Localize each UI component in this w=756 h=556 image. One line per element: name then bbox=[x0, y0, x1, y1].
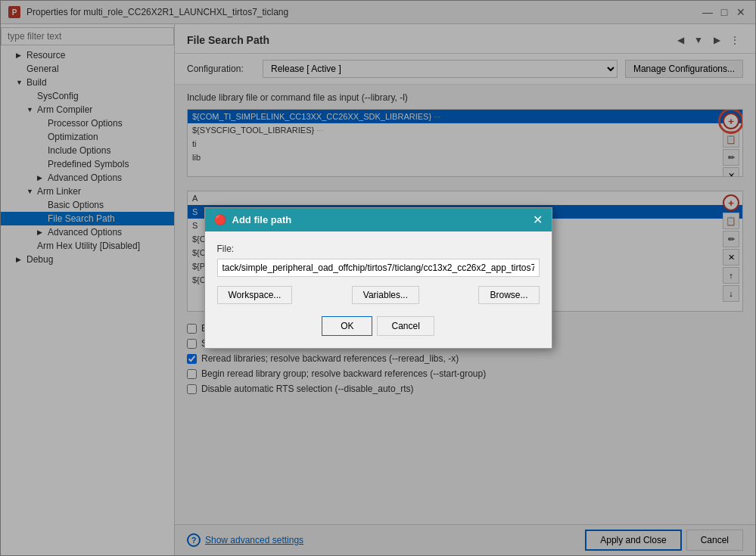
workspace-button[interactable]: Workspace... bbox=[217, 286, 293, 304]
variables-button[interactable]: Variables... bbox=[352, 286, 419, 304]
modal-title-icon: 🔴 bbox=[214, 214, 226, 225]
modal-action-row: Workspace... Variables... Browse... bbox=[217, 286, 540, 304]
modal-overlay: 🔴 Add file path ✕ File: Workspace... Var… bbox=[0, 0, 756, 556]
modal-title: 🔴 Add file path bbox=[214, 214, 292, 225]
modal-close-button[interactable]: ✕ bbox=[533, 213, 543, 227]
modal-ok-button[interactable]: OK bbox=[322, 316, 372, 336]
modal-body: File: Workspace... Variables... Browse..… bbox=[205, 231, 552, 348]
add-file-path-modal: 🔴 Add file path ✕ File: Workspace... Var… bbox=[204, 207, 552, 349]
file-field-label: File: bbox=[217, 244, 540, 254]
browse-button[interactable]: Browse... bbox=[478, 286, 539, 304]
modal-title-bar: 🔴 Add file path ✕ bbox=[205, 208, 552, 231]
modal-cancel-button[interactable]: Cancel bbox=[377, 316, 434, 336]
modal-ok-cancel: OK Cancel bbox=[217, 316, 540, 336]
file-path-input[interactable] bbox=[217, 259, 540, 277]
